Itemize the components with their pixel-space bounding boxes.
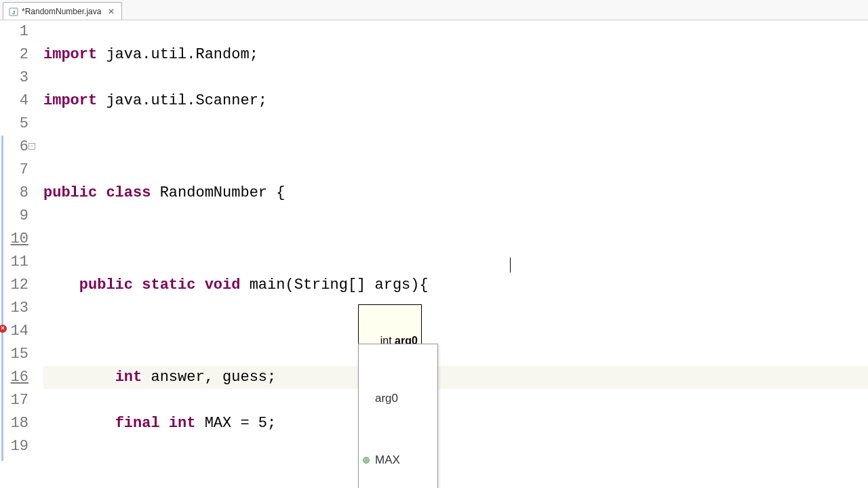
suggest-spacer xyxy=(363,395,370,402)
code-line[interactable] xyxy=(43,458,868,481)
file-tab-label: *RandomNumber.java xyxy=(22,7,101,16)
line-number: 17 xyxy=(11,392,28,409)
line-number: 2 xyxy=(20,46,28,63)
line-number: 5 xyxy=(20,115,28,132)
code-line[interactable] xyxy=(43,228,868,251)
code-line[interactable]: public class RandomNumber { xyxy=(43,182,868,205)
close-icon[interactable]: ✕ xyxy=(106,7,116,16)
line-number: 7 xyxy=(20,161,28,178)
code-line[interactable]: import java.util.Random; xyxy=(43,43,868,66)
line-number: 8 xyxy=(20,184,28,201)
autocomplete-popup[interactable]: arg0 MAX guess answer 0 xyxy=(358,344,438,488)
code-line[interactable]: public static void main(String[] args){ xyxy=(43,274,868,297)
line-number: 6 xyxy=(20,138,28,155)
code-line[interactable] xyxy=(43,320,868,343)
line-number: 15 xyxy=(11,346,28,363)
suggest-item[interactable]: arg0 xyxy=(359,390,437,406)
file-tab[interactable]: J *RandomNumber.java ✕ xyxy=(3,2,122,20)
code-line[interactable]: int answer, guess; xyxy=(43,366,868,389)
editor-tab-bar: J *RandomNumber.java ✕ xyxy=(0,0,868,20)
variable-icon xyxy=(363,457,370,464)
line-number: 12 xyxy=(11,277,28,293)
line-number: 13 xyxy=(11,300,28,317)
code-editor[interactable]: × 1 2 3 4 5 6- 7 8 9 10 11 12 13 14 15 1… xyxy=(0,20,868,488)
line-number: 11 xyxy=(11,253,28,270)
code-content[interactable]: import java.util.Random; import java.uti… xyxy=(35,20,868,488)
line-number: 4 xyxy=(20,92,28,109)
suggest-label: MAX xyxy=(375,449,400,472)
line-number-gutter: 1 2 3 4 5 6- 7 8 9 10 11 12 13 14 15 16 … xyxy=(4,20,35,488)
java-file-icon: J xyxy=(9,7,18,16)
line-number: 1 xyxy=(20,23,28,40)
svg-text:J: J xyxy=(12,9,15,15)
line-number: 3 xyxy=(20,69,28,86)
line-number: 18 xyxy=(11,415,28,432)
line-number: 19 xyxy=(11,438,28,455)
line-number: 9 xyxy=(20,207,28,224)
code-line[interactable]: import java.util.Scanner; xyxy=(43,89,868,113)
suggest-item[interactable]: MAX xyxy=(359,452,437,468)
line-number: 14 xyxy=(11,323,28,340)
fold-icon[interactable]: - xyxy=(28,143,35,150)
suggest-label: arg0 xyxy=(375,387,398,410)
line-number: 16 xyxy=(11,369,28,386)
code-line[interactable] xyxy=(43,136,868,159)
line-number: 10 xyxy=(11,230,28,247)
code-line[interactable]: final int MAX = 5; xyxy=(43,412,868,435)
text-cursor xyxy=(510,258,511,272)
